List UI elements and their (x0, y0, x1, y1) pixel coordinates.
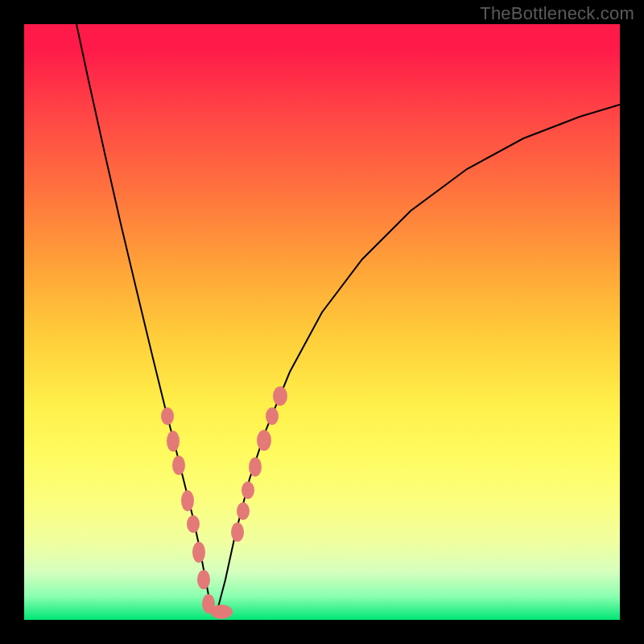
bead (167, 431, 180, 452)
chart-svg (24, 24, 620, 620)
plot-area (24, 24, 620, 620)
bead (273, 386, 287, 406)
bead (181, 490, 194, 511)
bead (161, 407, 174, 425)
bead (197, 570, 210, 589)
bead (257, 430, 271, 451)
bead (237, 502, 250, 520)
bead (231, 522, 244, 542)
watermark-text: TheBottleneck.com (480, 3, 634, 24)
bead (249, 457, 262, 477)
valley-curve (76, 24, 620, 610)
bead (266, 407, 279, 425)
outer-frame: TheBottleneck.com (0, 0, 644, 644)
bead (192, 542, 205, 563)
bead (172, 456, 185, 475)
bead (242, 481, 254, 499)
bead (210, 605, 233, 619)
bead (187, 515, 200, 533)
